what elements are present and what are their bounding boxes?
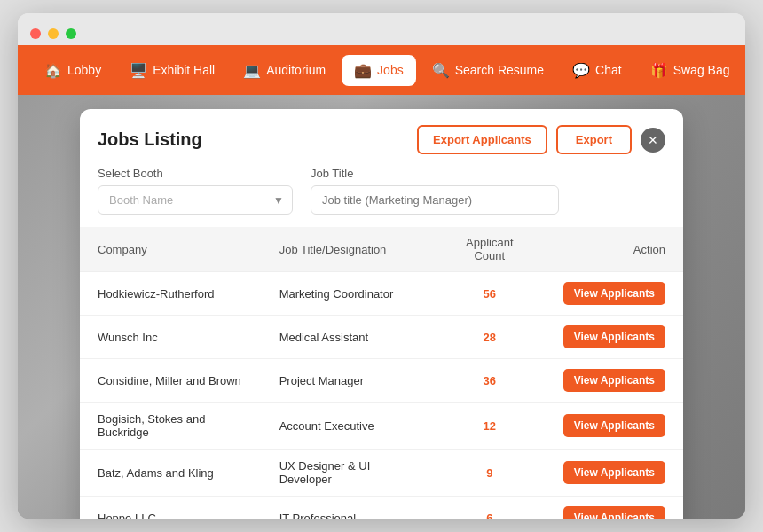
nav-label-jobs: Jobs xyxy=(377,63,404,77)
cell-company: Considine, Miller and Brown xyxy=(80,359,262,403)
booth-select[interactable]: Booth Name xyxy=(98,185,293,215)
cell-job-title: Account Executive xyxy=(262,403,434,450)
nav-label-swag-bag: Swag Bag xyxy=(673,63,730,77)
cell-action: View Applicants xyxy=(546,272,683,316)
modal-overlay: Jobs Listing Export Applicants Export ✕ … xyxy=(18,95,745,519)
swag-bag-icon: 🎁 xyxy=(650,62,668,79)
job-title-input[interactable] xyxy=(311,185,559,215)
booth-select-wrapper: Booth Name ▼ xyxy=(98,185,293,215)
nav-item-exhibit-hall[interactable]: 🖥️ Exhibit Hall xyxy=(117,55,227,86)
nav-label-search-resume: Search Resume xyxy=(455,63,544,77)
view-applicants-button[interactable]: View Applicants xyxy=(563,282,665,305)
cell-action: View Applicants xyxy=(546,497,683,520)
table-row: Considine, Miller and Brown Project Mana… xyxy=(80,359,683,403)
content-area: Jobs Listing Export Applicants Export ✕ … xyxy=(18,95,745,519)
browser-chrome xyxy=(18,13,745,45)
cell-job-title: Project Manager xyxy=(262,359,434,403)
jobs-table: Company Job Title/Designation Applicant … xyxy=(80,227,683,519)
cell-job-title: Medical Assistant xyxy=(262,316,434,359)
nav-label-exhibit-hall: Exhibit Hall xyxy=(153,63,215,77)
table-row: Wunsch Inc Medical Assistant 28 View App… xyxy=(80,316,683,359)
cell-job-title: UX Designer & UI Developer xyxy=(262,450,434,497)
cell-count: 36 xyxy=(434,359,546,403)
jobs-table-container: Company Job Title/Designation Applicant … xyxy=(80,227,683,519)
auditorium-icon: 💻 xyxy=(243,62,261,79)
col-applicant-count: Applicant Count xyxy=(434,227,546,272)
job-title-filter-label: Job Title xyxy=(311,167,559,180)
nav-bar: 🏠 Lobby 🖥️ Exhibit Hall 💻 Auditorium 💼 J… xyxy=(18,45,745,95)
view-applicants-button[interactable]: View Applicants xyxy=(563,414,665,437)
col-company: Company xyxy=(80,227,262,272)
nav-item-chat[interactable]: 💬 Chat xyxy=(560,55,634,86)
export-button[interactable]: Export xyxy=(556,125,632,154)
view-applicants-button[interactable]: View Applicants xyxy=(563,461,665,484)
home-icon: 🏠 xyxy=(44,62,62,79)
traffic-light-green[interactable] xyxy=(66,28,76,39)
modal-title: Jobs Listing xyxy=(98,129,202,150)
cell-count: 56 xyxy=(434,272,546,316)
cell-action: View Applicants xyxy=(546,403,683,450)
col-job-title: Job Title/Designation xyxy=(262,227,434,272)
jobs-icon: 💼 xyxy=(354,62,372,79)
modal-header: Jobs Listing Export Applicants Export ✕ xyxy=(80,109,683,167)
col-action: Action xyxy=(546,227,683,272)
chat-icon: 💬 xyxy=(572,62,590,79)
view-applicants-button[interactable]: View Applicants xyxy=(563,369,665,392)
table-row: Batz, Adams and Kling UX Designer & UI D… xyxy=(80,450,683,497)
cell-count: 28 xyxy=(434,316,546,359)
table-header-row: Company Job Title/Designation Applicant … xyxy=(80,227,683,272)
table-row: Hodkiewicz-Rutherford Marketing Coordina… xyxy=(80,272,683,316)
table-header: Company Job Title/Designation Applicant … xyxy=(80,227,683,272)
table-row: Bogisich, Stokes and Buckridge Account E… xyxy=(80,403,683,450)
nav-label-auditorium: Auditorium xyxy=(266,63,326,77)
job-title-filter-group: Job Title xyxy=(311,167,559,215)
cell-company: Hoppe LLC xyxy=(80,497,262,520)
cell-company: Batz, Adams and Kling xyxy=(80,450,262,497)
nav-item-auditorium[interactable]: 💻 Auditorium xyxy=(231,55,338,86)
cell-company: Hodkiewicz-Rutherford xyxy=(80,272,262,316)
nav-item-lobby[interactable]: 🏠 Lobby xyxy=(32,55,114,86)
cell-action: View Applicants xyxy=(546,450,683,497)
cell-count: 6 xyxy=(434,497,546,520)
cell-company: Bogisich, Stokes and Buckridge xyxy=(80,403,262,450)
cell-action: View Applicants xyxy=(546,316,683,359)
cell-job-title: Marketing Coordinator xyxy=(262,272,434,316)
jobs-listing-modal: Jobs Listing Export Applicants Export ✕ … xyxy=(80,109,683,519)
cell-count: 9 xyxy=(434,450,546,497)
traffic-light-yellow[interactable] xyxy=(48,28,59,39)
exhibit-icon: 🖥️ xyxy=(130,62,147,79)
export-applicants-button[interactable]: Export Applicants xyxy=(417,125,547,154)
table-row: Hoppe LLC IT Professional 6 View Applica… xyxy=(80,497,683,520)
nav-label-chat: Chat xyxy=(595,63,622,77)
view-applicants-button[interactable]: View Applicants xyxy=(563,325,665,348)
modal-actions: Export Applicants Export ✕ xyxy=(417,125,665,154)
close-button[interactable]: ✕ xyxy=(641,128,665,153)
cell-count: 12 xyxy=(434,403,546,450)
nav-label-lobby: Lobby xyxy=(67,63,101,77)
cell-company: Wunsch Inc xyxy=(80,316,262,359)
nav-item-search-resume[interactable]: 🔍 Search Resume xyxy=(420,55,556,86)
browser-window: 🏠 Lobby 🖥️ Exhibit Hall 💻 Auditorium 💼 J… xyxy=(18,13,745,519)
nav-item-jobs[interactable]: 💼 Jobs xyxy=(342,55,416,86)
booth-filter-label: Select Booth xyxy=(98,167,293,180)
booth-filter-group: Select Booth Booth Name ▼ xyxy=(98,167,293,215)
nav-item-swag-bag[interactable]: 🎁 Swag Bag xyxy=(638,55,743,86)
modal-filters: Select Booth Booth Name ▼ Job Title xyxy=(80,167,683,227)
traffic-light-red[interactable] xyxy=(30,28,41,39)
cell-action: View Applicants xyxy=(546,359,683,403)
search-icon: 🔍 xyxy=(432,62,450,79)
cell-job-title: IT Professional xyxy=(262,497,434,520)
view-applicants-button[interactable]: View Applicants xyxy=(563,506,665,519)
table-body: Hodkiewicz-Rutherford Marketing Coordina… xyxy=(80,272,683,520)
